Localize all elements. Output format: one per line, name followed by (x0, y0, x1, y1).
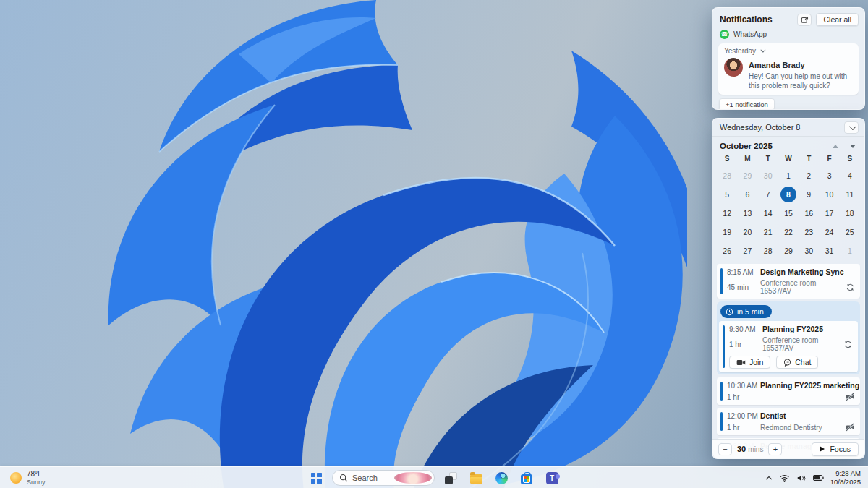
video-camera-icon (736, 359, 746, 366)
calendar-day[interactable]: 3 (819, 166, 839, 185)
decrease-duration-button[interactable]: − (718, 443, 732, 455)
event-time: 10:30 AM (727, 382, 760, 390)
calendar-day[interactable]: 14 (758, 204, 778, 223)
event-time: 12:00 PM (727, 412, 760, 420)
speaker-icon (796, 474, 807, 482)
search-highlight-image[interactable] (394, 472, 432, 484)
event-card[interactable]: 9:30 AM Planning FY2025 1 hr Conference … (719, 321, 858, 372)
join-meeting-button[interactable]: Join (729, 356, 770, 369)
calendar-day[interactable]: 22 (778, 223, 799, 241)
calendar-day[interactable]: 30 (799, 241, 819, 260)
calendar-day[interactable]: 4 (840, 166, 860, 185)
chevron-up-icon (765, 476, 773, 481)
calendar-day[interactable]: 26 (717, 241, 737, 260)
calendar-prev-month-button[interactable] (833, 145, 838, 148)
chat-button[interactable]: Chat (776, 356, 818, 369)
clear-all-button[interactable]: Clear all (816, 13, 859, 26)
calendar-day[interactable]: 5 (717, 185, 737, 204)
teams-button[interactable]: T (542, 468, 561, 487)
notification-app-group[interactable]: ☎ WhatsApp (712, 29, 864, 41)
calendar-day[interactable]: 7 (758, 185, 778, 204)
folder-icon (470, 474, 482, 484)
file-explorer-button[interactable] (467, 468, 485, 487)
more-notifications-button[interactable]: +1 notification (719, 98, 775, 110)
event-location: Redmond Dentistry (760, 424, 822, 432)
calendar-day[interactable]: 30 (758, 166, 778, 185)
notification-settings-icon (801, 16, 809, 24)
join-label: Join (749, 358, 763, 367)
calendar-day[interactable]: 19 (717, 223, 737, 241)
focus-session-bar: − 30 mins + Focus (712, 439, 864, 458)
network-button[interactable] (779, 474, 790, 482)
calendar-day[interactable]: 15 (778, 204, 799, 223)
calendar-collapse-button[interactable] (844, 121, 859, 134)
weekday-label: T (799, 152, 819, 166)
event-card[interactable]: 8:15 AM Design Marketing Sync 45 min Con… (717, 264, 860, 299)
calendar-next-month-button[interactable] (850, 145, 856, 148)
calendar-day[interactable]: 17 (819, 204, 839, 223)
calendar-day[interactable]: 6 (737, 185, 757, 204)
calendar-day[interactable]: 16 (799, 204, 819, 223)
task-view-button[interactable] (441, 468, 460, 487)
calendar-day[interactable]: 25 (840, 223, 860, 241)
calendar-day[interactable]: 21 (758, 223, 778, 241)
event-card[interactable]: 10:30 AM Planning FY2025 marketing 1 hr (717, 377, 860, 405)
calendar-day[interactable]: 10 (819, 185, 839, 204)
increase-duration-button[interactable]: + (768, 443, 782, 455)
reminder-label: in 5 min (737, 307, 764, 316)
recurrence-icon (844, 341, 852, 348)
notification-settings-button[interactable] (797, 14, 812, 26)
calendar-day[interactable]: 31 (819, 241, 839, 260)
notification-card[interactable]: Yesterday Amanda Brady Hey! Can you help… (718, 43, 859, 95)
event-duration: 1 hr (727, 393, 760, 401)
clock-button[interactable]: 9:28 AM 10/8/2025 (830, 469, 861, 487)
sender-name: Amanda Brady (749, 61, 805, 69)
calendar-day-selected[interactable]: 8 (778, 185, 799, 204)
video-off-icon (846, 423, 854, 432)
reminder-badge[interactable]: in 5 min (720, 305, 772, 318)
calendar-day[interactable]: 23 (799, 223, 819, 241)
whatsapp-icon: ☎ (720, 30, 729, 39)
search-input[interactable]: Search (332, 470, 435, 486)
focus-duration: 30 mins (737, 445, 763, 453)
event-accent-bar (720, 268, 723, 294)
calendar-day[interactable]: 28 (758, 241, 778, 260)
event-card[interactable]: 12:00 PM Dentist 1 hr Redmond Dentistry (717, 408, 860, 435)
hidden-icons-button[interactable] (765, 476, 773, 481)
taskbar: 78°F Sunny Search T (0, 466, 868, 488)
calendar-day[interactable]: 18 (840, 204, 860, 223)
event-title: Planning FY2025 (762, 325, 823, 333)
focus-button[interactable]: Focus (812, 442, 859, 456)
task-view-icon (445, 472, 457, 484)
calendar-day[interactable]: 24 (819, 223, 839, 241)
calendar-day[interactable]: 20 (737, 223, 757, 241)
calendar-day[interactable]: 27 (737, 241, 757, 260)
calendar-day[interactable]: 1 (778, 166, 799, 185)
calendar-day[interactable]: 29 (778, 241, 799, 260)
event-time: 8:15 AM (727, 268, 760, 276)
calendar-day[interactable]: 1 (840, 241, 860, 260)
start-button[interactable] (307, 468, 326, 487)
agenda-event-list: 8:15 AM Design Marketing Sync 45 min Con… (712, 260, 864, 452)
calendar-day[interactable]: 13 (737, 204, 757, 223)
calendar-day[interactable]: 2 (799, 166, 819, 185)
event-duration: 45 min (727, 283, 760, 291)
wifi-icon (779, 474, 790, 482)
notification-section-label[interactable]: Yesterday (724, 47, 756, 55)
weekday-header-row: S M T W T F S (717, 152, 860, 166)
microsoft-store-button[interactable] (517, 468, 536, 487)
battery-button[interactable] (813, 474, 824, 481)
calendar-day[interactable]: 28 (717, 166, 737, 185)
calendar-day[interactable]: 11 (840, 185, 860, 204)
sun-icon (10, 472, 22, 484)
duration-value: 30 (737, 445, 746, 453)
volume-button[interactable] (796, 474, 807, 482)
tray-date: 10/8/2025 (830, 478, 861, 487)
weather-widget-button[interactable]: 78°F Sunny (0, 467, 56, 488)
calendar-day[interactable]: 12 (717, 204, 737, 223)
recurrence-icon (846, 283, 854, 291)
calendar-day[interactable]: 9 (799, 185, 819, 204)
edge-browser-button[interactable] (492, 468, 511, 487)
teams-icon: T (546, 472, 558, 484)
calendar-day[interactable]: 29 (737, 166, 757, 185)
